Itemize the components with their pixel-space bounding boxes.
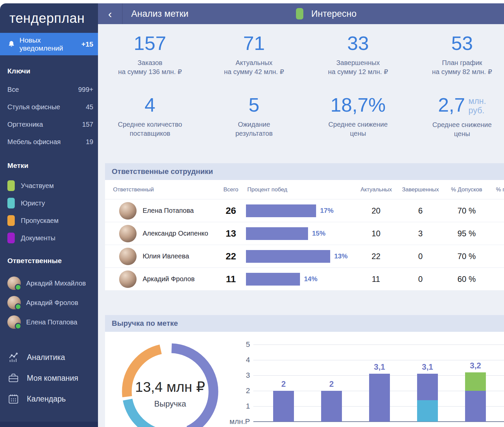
table-header-row: Ответственный Всего Процент побед Актуал… bbox=[105, 180, 504, 199]
win-percent: 17% bbox=[320, 207, 334, 215]
table-row[interactable]: Александр Осипенко 13 15% 10 3 95 % bbox=[105, 222, 504, 245]
bar-октябрь bbox=[417, 345, 438, 422]
notifications-banner[interactable]: Новых уведомлений +15 bbox=[0, 33, 98, 55]
col-header-actual: Актуальных bbox=[357, 186, 395, 193]
tag-label: Документы bbox=[21, 234, 55, 242]
col-header-win-percent: Процент побед bbox=[246, 186, 357, 193]
responsible-section-title: Ответственные bbox=[7, 257, 93, 265]
tag-swatch-orange bbox=[7, 215, 15, 226]
y-tick-label: 1 bbox=[230, 402, 250, 411]
bar-ноябрь bbox=[465, 345, 486, 422]
key-count: 19 bbox=[86, 138, 93, 146]
nav-label: Аналитика bbox=[27, 353, 65, 362]
table-row[interactable]: Аркадий Фролов 11 14% 11 0 60 % bbox=[105, 267, 504, 290]
stat-unit: млн. руб. bbox=[468, 97, 486, 115]
sidebar-tag-documents[interactable]: Документы bbox=[7, 233, 93, 243]
admission-cell: 70 % bbox=[446, 252, 488, 261]
stat-avg-price-drop-pct: 18,7% Среднее снижение цены bbox=[306, 95, 410, 138]
avatar bbox=[119, 270, 137, 288]
y-tick-label: 2 bbox=[230, 386, 250, 395]
nav-label: Моя компания bbox=[27, 374, 78, 383]
win-bar bbox=[246, 273, 300, 286]
sidebar-person-mikhailov[interactable]: Аркадий Михайлов bbox=[7, 277, 93, 290]
admission-cell: 95 % bbox=[446, 229, 488, 238]
revenue-card-header: Выручка по метке bbox=[105, 315, 504, 332]
table-row[interactable]: Елена Потапова 26 17% 20 6 70 % bbox=[105, 199, 504, 222]
sidebar-item-key-chairs[interactable]: Стулья офисные 45 bbox=[7, 103, 93, 111]
table-row[interactable]: Юлия Ивлеева 22 13% 22 0 70 % bbox=[105, 245, 504, 267]
bar-segment-total bbox=[321, 391, 342, 422]
analytics-icon bbox=[7, 351, 19, 363]
online-status-dot bbox=[15, 284, 21, 291]
notifications-label: Новых уведомлений bbox=[19, 36, 81, 52]
stat-actual: 71 Актуальных на сумму 42 млн. ₽ bbox=[202, 34, 306, 76]
employee-name: Александр Осипенко bbox=[143, 230, 208, 237]
sidebar-item-key-all[interactable]: Все 999+ bbox=[7, 86, 93, 94]
calendar-icon bbox=[7, 393, 19, 405]
sidebar-item-key-office-equipment[interactable]: Оргтехника 157 bbox=[7, 121, 93, 128]
bar-segment-total bbox=[465, 391, 486, 422]
sidebar-person-frolov[interactable]: Аркадий Фролов bbox=[7, 296, 93, 309]
stat-orders: 157 Заказов на сумму 136 млн. ₽ bbox=[98, 34, 202, 76]
tag-label: Участвуем bbox=[21, 182, 54, 190]
total-cell: 13 bbox=[216, 228, 246, 239]
sidebar-tag-lawyer[interactable]: Юристу bbox=[7, 198, 93, 208]
key-label: Все bbox=[7, 86, 19, 94]
win-bar-cell: 14% bbox=[246, 273, 357, 286]
employee-cell: Аркадий Фролов bbox=[105, 270, 216, 288]
page-header: ‹ Анализ метки Интересно bbox=[98, 3, 504, 24]
stat-plan: 53 План график на сумму 82 млн. ₽ bbox=[410, 34, 504, 76]
revenue-card-body: 13,4 млн ₽ Выручка 2июль2август3,1сентяб… bbox=[105, 332, 504, 427]
sidebar-tag-participate[interactable]: Участвуем bbox=[7, 180, 93, 191]
person-name: Аркадий Фролов bbox=[26, 299, 78, 307]
finished-cell: 0 bbox=[395, 252, 446, 261]
win-bar bbox=[246, 227, 308, 240]
actual-cell: 20 bbox=[357, 206, 395, 216]
tag-filter[interactable]: Интересно bbox=[296, 8, 357, 19]
tags-section-title: Метки bbox=[7, 162, 93, 170]
person-name: Елена Потапова bbox=[26, 318, 77, 326]
bar-segment-total bbox=[417, 374, 438, 400]
tag-swatch-green bbox=[7, 180, 15, 191]
tag-label: Пропускаем bbox=[21, 217, 58, 225]
sidebar-person-potapova[interactable]: Елена Потапова bbox=[7, 315, 93, 329]
stat-avg-suppliers: 4 Среднее количество поставщиков bbox=[98, 95, 202, 138]
win-bar bbox=[246, 250, 330, 263]
stat-label: План график на сумму 82 млн. ₽ bbox=[410, 58, 504, 76]
stat-value: 2,7 bbox=[438, 95, 465, 115]
sidebar-item-calendar[interactable]: Календарь bbox=[7, 393, 93, 405]
page-title: Анализ метки bbox=[131, 9, 189, 19]
actual-cell: 10 bbox=[357, 229, 395, 238]
win-bar-cell: 13% bbox=[246, 250, 357, 263]
stat-avg-price-drop-rub: 2,7 млн. руб. Среднее снижение цены bbox=[410, 95, 504, 138]
stat-value: 33 bbox=[306, 34, 410, 53]
stat-value: 53 bbox=[410, 34, 504, 53]
sidebar-bottom-strip bbox=[0, 422, 98, 427]
revenue-card: Выручка по метке 13,4 млн ₽ Выручка 2июл… bbox=[105, 315, 504, 427]
bar-value-label: 2 bbox=[263, 379, 304, 389]
revenue-donut-chart: 13,4 млн ₽ Выручка bbox=[121, 343, 219, 427]
donut-total-label: Выручка bbox=[121, 399, 219, 409]
bar-segment-competitors bbox=[417, 400, 438, 422]
employee-name: Юлия Ивлеева bbox=[143, 252, 189, 260]
briefcase-icon bbox=[7, 372, 19, 384]
admission-cell: 70 % bbox=[446, 206, 488, 216]
bar-segment-total bbox=[369, 374, 390, 422]
finished-cell: 0 bbox=[395, 274, 446, 284]
stat-value: 5 bbox=[202, 95, 306, 115]
employee-name: Аркадий Фролов bbox=[143, 275, 195, 283]
donut-center-text: 13,4 млн ₽ Выручка bbox=[121, 379, 219, 409]
avatar bbox=[119, 202, 137, 220]
key-count: 157 bbox=[82, 121, 93, 128]
sidebar-item-key-furniture[interactable]: Мебель офисная 19 bbox=[7, 138, 93, 146]
stat-label: Среднее снижение цены bbox=[410, 120, 504, 138]
back-button[interactable]: ‹ bbox=[98, 3, 122, 24]
employee-name: Елена Потапова bbox=[143, 207, 194, 215]
bar-value-label: 3,1 bbox=[359, 362, 400, 372]
sidebar-item-analytics[interactable]: Аналитика bbox=[7, 351, 93, 363]
sidebar-tag-skip[interactable]: Пропускаем bbox=[7, 215, 93, 226]
sidebar-item-my-company[interactable]: Моя компания bbox=[7, 372, 93, 384]
col-header-total: Всего bbox=[216, 186, 246, 193]
sidebar: тендерплан Новых уведомлений +15 Ключи В… bbox=[0, 3, 98, 427]
stat-label: Завершенных на сумму 12 млн. ₽ bbox=[306, 58, 410, 76]
